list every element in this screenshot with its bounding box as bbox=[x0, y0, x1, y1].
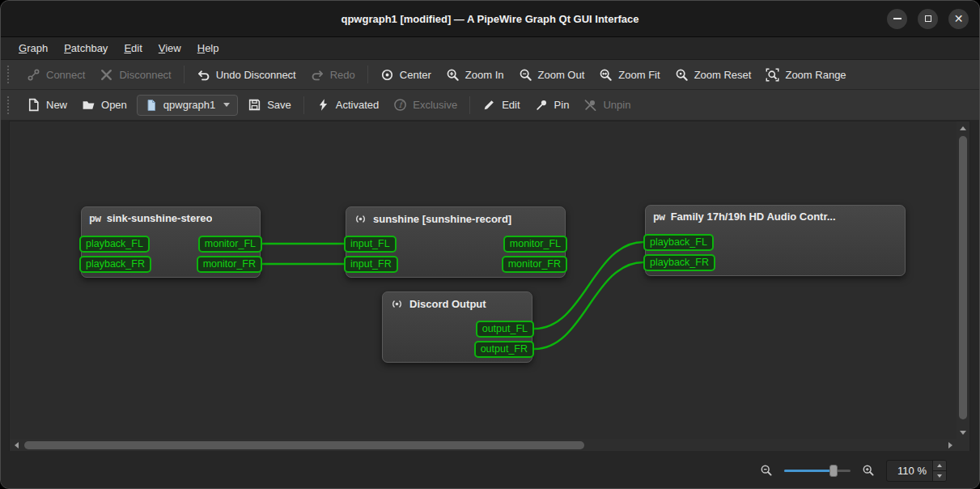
maximize-icon bbox=[925, 15, 931, 22]
maximize-button[interactable] bbox=[918, 9, 938, 29]
arrow-up-icon bbox=[937, 464, 942, 467]
open-button[interactable]: Open bbox=[74, 94, 134, 116]
port-monitor-fl[interactable]: monitor_FL bbox=[503, 236, 567, 253]
port-monitor-fl[interactable]: monitor_FL bbox=[198, 236, 262, 253]
new-button[interactable]: New bbox=[19, 94, 74, 116]
save-button[interactable]: Save bbox=[240, 94, 299, 116]
port-input-fl[interactable]: input_FL bbox=[344, 236, 397, 253]
node-title: Discord Output bbox=[409, 298, 486, 310]
port-playback-fl[interactable]: playback_FL bbox=[79, 236, 150, 253]
vertical-scrollbar-handle[interactable] bbox=[959, 136, 967, 419]
zoom-decrement-button[interactable] bbox=[933, 470, 946, 481]
new-file-icon bbox=[27, 98, 40, 112]
zoom-out-icon bbox=[519, 68, 532, 82]
button-label: Undo Disconnect bbox=[216, 69, 296, 81]
graph-toolbar: Connect Disconnect Undo Disconnect Redo … bbox=[1, 60, 979, 90]
zoom-slider-handle[interactable] bbox=[829, 465, 838, 477]
center-button[interactable]: Center bbox=[373, 64, 439, 86]
unpin-button[interactable]: Unpin bbox=[576, 94, 638, 116]
menu-help[interactable]: Help bbox=[189, 39, 227, 57]
minimize-button[interactable] bbox=[887, 9, 907, 29]
node-title: Family 17h/19h HD Audio Contr... bbox=[671, 210, 836, 223]
button-label: Activated bbox=[336, 99, 379, 111]
menu-patchbay[interactable]: Patchbay bbox=[56, 39, 116, 57]
menubar: Graph Patchbay Edit View Help bbox=[1, 37, 979, 60]
chevron-down-icon bbox=[223, 103, 230, 107]
menu-graph[interactable]: Graph bbox=[11, 39, 56, 57]
zoom-out-button[interactable]: Zoom Out bbox=[511, 64, 592, 86]
connect-icon bbox=[27, 68, 40, 82]
node-discord-output[interactable]: Discord Output output_FL output_FR bbox=[382, 291, 532, 363]
scroll-down-button[interactable] bbox=[957, 426, 969, 439]
button-label: Edit bbox=[502, 99, 520, 111]
zoom-fit-button[interactable]: Zoom Fit bbox=[592, 64, 667, 86]
center-icon bbox=[380, 68, 394, 82]
button-label: Redo bbox=[330, 69, 355, 81]
port-playback-fr[interactable]: playback_FR bbox=[643, 254, 715, 271]
node-sink-sunshine-stereo[interactable]: pw sink-sunshine-stereo playback_FL play… bbox=[81, 206, 261, 278]
patchbay-selector-combo[interactable]: qpwgraph1 bbox=[137, 95, 238, 116]
exclusive-icon: f bbox=[393, 98, 407, 112]
undo-disconnect-button[interactable]: Undo Disconnect bbox=[189, 64, 303, 86]
zoom-spinbox[interactable]: 110 % bbox=[886, 460, 947, 482]
app-window: qpwgraph1 [modified] — A PipeWire Graph … bbox=[0, 0, 980, 489]
horizontal-scrollbar-handle[interactable] bbox=[24, 441, 584, 449]
zoom-increment-button[interactable] bbox=[933, 461, 946, 470]
zoom-in-status-icon[interactable] bbox=[862, 464, 875, 477]
horizontal-scrollbar[interactable] bbox=[10, 439, 957, 452]
window-title: qpwgraph1 [modified] — A PipeWire Graph … bbox=[341, 13, 638, 25]
zoom-out-status-icon[interactable] bbox=[760, 464, 773, 477]
redo-button[interactable]: Redo bbox=[303, 64, 363, 86]
pin-icon bbox=[535, 98, 549, 112]
exclusive-button[interactable]: f Exclusive bbox=[386, 94, 465, 116]
toolbar-separator bbox=[367, 66, 368, 83]
redo-icon bbox=[311, 68, 325, 82]
activated-button[interactable]: Activated bbox=[309, 94, 386, 116]
scrollbar-corner bbox=[957, 439, 969, 452]
menu-edit[interactable]: Edit bbox=[116, 39, 150, 57]
edit-button[interactable]: Edit bbox=[475, 94, 527, 116]
titlebar[interactable]: qpwgraph1 [modified] — A PipeWire Graph … bbox=[1, 1, 979, 37]
arrow-down-icon bbox=[937, 474, 942, 478]
node-header: pw sink-sunshine-stereo bbox=[82, 207, 260, 227]
close-icon: ✕ bbox=[954, 13, 964, 24]
window-controls: ✕ bbox=[887, 1, 969, 36]
button-label: Center bbox=[400, 69, 431, 81]
zoom-range-icon bbox=[766, 68, 779, 82]
pin-button[interactable]: Pin bbox=[528, 94, 577, 116]
pencil-icon bbox=[482, 98, 496, 112]
button-label: Zoom Out bbox=[538, 69, 585, 81]
zoom-in-button[interactable]: Zoom In bbox=[439, 64, 511, 86]
close-button[interactable]: ✕ bbox=[948, 9, 969, 29]
port-input-fr[interactable]: input_FR bbox=[344, 256, 398, 273]
port-playback-fl[interactable]: playback_FL bbox=[643, 234, 714, 251]
port-monitor-fr[interactable]: monitor_FR bbox=[502, 256, 567, 273]
node-family-hd-audio[interactable]: pw Family 17h/19h HD Audio Contr... play… bbox=[645, 205, 906, 276]
zoom-slider[interactable] bbox=[784, 463, 851, 478]
zoom-range-button[interactable]: Zoom Range bbox=[758, 64, 853, 86]
button-label: Pin bbox=[554, 99, 570, 111]
node-sunshine-record[interactable]: sunshine [sunshine-record] input_FL inpu… bbox=[346, 206, 566, 278]
toolbar-separator bbox=[303, 96, 304, 114]
toolbar-drag-handle[interactable] bbox=[7, 66, 13, 83]
node-header: Discord Output bbox=[383, 292, 532, 314]
port-output-fl[interactable]: output_FL bbox=[476, 321, 534, 338]
zoom-reset-button[interactable]: Zoom Reset bbox=[668, 64, 759, 86]
scroll-left-button[interactable] bbox=[10, 439, 23, 452]
graph-canvas[interactable]: pw sink-sunshine-stereo playback_FL play… bbox=[10, 121, 957, 439]
disconnect-button[interactable]: Disconnect bbox=[92, 64, 178, 86]
toolbar-drag-handle[interactable] bbox=[7, 96, 13, 114]
port-playback-fr[interactable]: playback_FR bbox=[79, 256, 151, 273]
pipewire-icon: pw bbox=[89, 212, 101, 224]
port-monitor-fr[interactable]: monitor_FR bbox=[197, 256, 262, 273]
stream-icon bbox=[354, 212, 367, 226]
combo-value: qpwgraph1 bbox=[163, 99, 215, 111]
zoom-value[interactable]: 110 % bbox=[887, 461, 932, 481]
menu-view[interactable]: View bbox=[151, 39, 189, 57]
port-output-fr[interactable]: output_FR bbox=[474, 341, 534, 358]
scroll-up-button[interactable] bbox=[957, 121, 969, 134]
vertical-scrollbar[interactable] bbox=[957, 121, 969, 439]
scroll-right-button[interactable] bbox=[944, 439, 957, 452]
svg-text:f: f bbox=[399, 100, 405, 109]
connect-button[interactable]: Connect bbox=[19, 64, 92, 86]
